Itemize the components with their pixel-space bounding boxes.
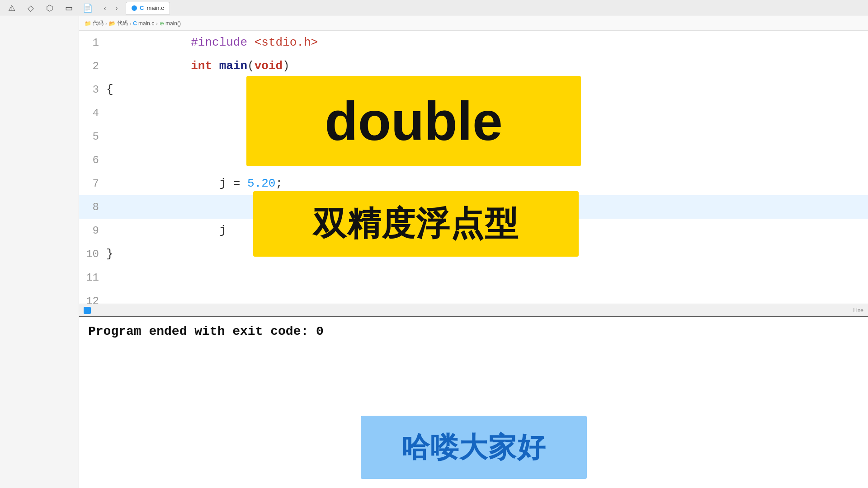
layers-icon[interactable]: ⬡: [42, 0, 58, 16]
warning-icon[interactable]: ⚠: [4, 0, 20, 16]
breadcrumb-label-0: 代码: [93, 19, 104, 27]
toolbar-icons: ⚠ ◇ ⬡ ▭ 📄: [4, 0, 96, 16]
breadcrumb-c-icon: C: [133, 20, 137, 27]
breadcrumb-item-2: C main.c: [133, 20, 154, 27]
program-output: Program ended with exit code: 0: [88, 324, 859, 338]
line-num-12: 12: [79, 295, 106, 304]
line-num-4: 4: [79, 107, 106, 119]
breadcrumb-item-0: 📁 代码: [85, 19, 104, 27]
code-line-2: 2 int main(void): [79, 54, 868, 78]
breadcrumb-sep-1: ›: [130, 21, 132, 26]
breadcrumb-folder-icon-1: 📂: [109, 20, 116, 27]
breadcrumb-item-3: ⊕ main(): [160, 20, 181, 27]
breadcrumb-label-1: 代码: [117, 19, 128, 27]
editor-container: 📁 代码 › 📂 代码 › C main.c › ⊕ main(): [79, 16, 868, 488]
diamond-icon[interactable]: ◇: [23, 0, 39, 16]
terminal-content: Program ended with exit code: 0 哈喽大家好: [79, 317, 868, 488]
tab-filename: main.c: [146, 5, 164, 11]
line-num-3: 3: [79, 84, 106, 96]
main-c-tab[interactable]: C main.c: [126, 2, 170, 14]
breadcrumb-label-3: main(): [165, 20, 181, 27]
status-dot: [84, 307, 91, 314]
toolbar-nav: ‹ ›: [99, 3, 122, 14]
line-num-8: 8: [79, 201, 106, 213]
square-icon[interactable]: ▭: [61, 0, 77, 16]
line-num-2: 2: [79, 60, 106, 72]
breadcrumb-folder-icon-0: 📁: [85, 20, 91, 27]
nav-forward-button[interactable]: ›: [111, 3, 122, 14]
overlay-double-text: double: [325, 90, 502, 152]
greeting-box: 哈喽大家好: [361, 416, 587, 479]
line-label: Line: [853, 307, 863, 314]
overlay-chinese: 双精度浮点型: [253, 191, 579, 257]
overlay-double: double: [246, 76, 581, 166]
code-line-12: 12: [79, 289, 868, 304]
breadcrumb-func-icon: ⊕: [160, 20, 164, 27]
tab-bar: C main.c: [126, 2, 170, 14]
breadcrumb: 📁 代码 › 📂 代码 › C main.c › ⊕ main(): [79, 16, 868, 31]
tab-lang-badge: C: [140, 5, 144, 11]
line-num-7: 7: [79, 178, 106, 190]
overlay-chinese-text: 双精度浮点型: [313, 202, 519, 247]
breadcrumb-sep-2: ›: [156, 21, 158, 26]
main-container: 📁 代码 › 📂 代码 › C main.c › ⊕ main(): [0, 16, 868, 488]
line-num-11: 11: [79, 272, 106, 284]
sidebar: [0, 16, 79, 488]
line-num-5: 5: [79, 131, 106, 143]
line-num-1: 1: [79, 37, 106, 49]
code-editor[interactable]: 1 #include <stdio.h> 2 int main(void) 3 …: [79, 31, 868, 316]
greeting-text: 哈喽大家好: [401, 428, 546, 466]
code-area: 1 #include <stdio.h> 2 int main(void) 3 …: [79, 31, 868, 304]
breadcrumb-label-2: main.c: [138, 20, 154, 27]
line-num-9: 9: [79, 225, 106, 237]
nav-back-button[interactable]: ‹: [99, 3, 110, 14]
tab-indicator: [132, 5, 137, 11]
breadcrumb-sep-0: ›: [105, 21, 107, 26]
toolbar: ⚠ ◇ ⬡ ▭ 📄 ‹ › C main.c: [0, 0, 868, 16]
file-icon[interactable]: 📄: [80, 0, 96, 16]
status-bar: Line: [79, 304, 868, 316]
line-num-6: 6: [79, 154, 106, 166]
line-num-10: 10: [79, 248, 106, 260]
breadcrumb-item-1: 📂 代码: [109, 19, 128, 27]
terminal-panel: Program ended with exit code: 0 哈喽大家好: [79, 316, 868, 488]
code-line-11: 11: [79, 266, 868, 289]
